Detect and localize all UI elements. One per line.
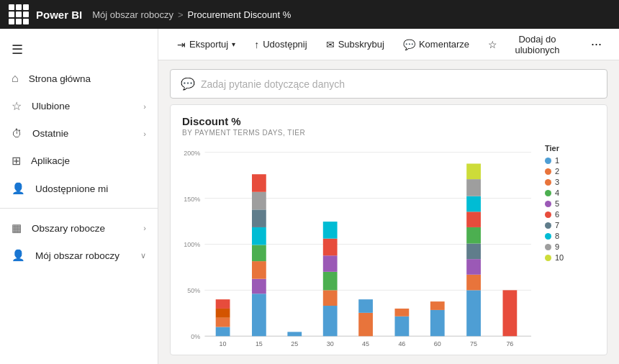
apps-icon: ⊞	[12, 154, 21, 168]
legend-item-1: 1	[545, 156, 595, 165]
svg-rect-19	[252, 227, 266, 245]
legend-label-7: 7	[555, 221, 559, 229]
sidebar-item-favorites[interactable]: ☆ Ulubione ›	[0, 92, 158, 120]
svg-rect-28	[323, 239, 338, 256]
svg-rect-44	[466, 163, 481, 179]
legend-label-5: 5	[555, 199, 559, 208]
sidebar-item-myworkspace[interactable]: 👤 Mój obszar roboczy ∨	[0, 242, 158, 269]
legend-dot-3	[545, 179, 551, 186]
svg-rect-13	[216, 309, 230, 318]
svg-rect-34	[430, 310, 445, 336]
sidebar-item-recent[interactable]: ⏱ Ostatnie ›	[0, 120, 158, 147]
legend-dot-5	[545, 201, 551, 207]
legend-item-5: 5	[545, 199, 595, 208]
legend-label-10: 10	[555, 253, 564, 262]
svg-rect-21	[252, 192, 266, 210]
svg-rect-12	[216, 318, 230, 327]
sidebar-divider	[0, 208, 158, 209]
svg-rect-37	[466, 275, 481, 291]
svg-rect-40	[466, 227, 481, 244]
svg-rect-33	[395, 309, 410, 317]
svg-rect-14	[216, 299, 230, 309]
sidebar-item-shared[interactable]: 👤 Udostępnione mi	[0, 175, 158, 202]
legend-label-8: 8	[555, 232, 559, 240]
chevron-right-icon: ›	[143, 224, 146, 232]
star-icon: ☆	[488, 39, 497, 50]
svg-text:10: 10	[220, 340, 227, 347]
home-icon: ⌂	[12, 72, 19, 85]
svg-rect-32	[395, 317, 410, 337]
chevron-down-icon: ∨	[140, 251, 146, 260]
legend-dot-9	[545, 244, 551, 250]
brand-label: Power BI	[36, 9, 82, 21]
export-icon: ⇥	[177, 39, 186, 50]
sidebar-myworkspace-label: Mój obszar roboczy	[35, 250, 130, 261]
svg-text:15: 15	[256, 340, 263, 347]
legend-item-4: 4	[545, 188, 595, 197]
sidebar-home-label: Strona główna	[29, 73, 146, 84]
share-button[interactable]: ↑ Udostępnij	[247, 35, 314, 54]
svg-rect-22	[252, 174, 266, 192]
legend-item-3: 3	[545, 178, 595, 186]
legend-item-7: 7	[545, 221, 595, 229]
svg-text:150%: 150%	[184, 194, 201, 202]
export-chevron-icon: ▾	[232, 40, 235, 48]
main-layout: ☰ ⌂ Strona główna ☆ Ulubione › ⏱ Ostatni…	[0, 29, 619, 364]
sidebar-item-workspaces[interactable]: ▦ Obszary robocze ›	[0, 214, 158, 242]
svg-text:100%: 100%	[184, 240, 201, 248]
legend-dot-10	[545, 255, 551, 261]
svg-rect-25	[323, 290, 338, 306]
svg-rect-30	[358, 313, 373, 336]
favorite-button[interactable]: ☆ Dodaj do ulubionych	[481, 30, 581, 59]
legend-item-10: 10	[545, 253, 595, 262]
svg-rect-38	[466, 259, 481, 275]
svg-rect-41	[466, 211, 481, 227]
svg-rect-27	[323, 255, 338, 272]
app-launcher-icon[interactable]	[9, 4, 29, 24]
chart-legend: Tier 1 2 3 4	[538, 142, 595, 347]
legend-label-6: 6	[555, 210, 559, 219]
legend-label-3: 3	[555, 178, 559, 186]
more-options-button[interactable]: ···	[585, 33, 607, 55]
workspace-link[interactable]: Mój obszar roboczy	[92, 9, 173, 20]
svg-rect-17	[252, 261, 266, 279]
svg-text:200%: 200%	[184, 148, 201, 156]
comments-icon: 💬	[403, 39, 415, 50]
sidebar-item-apps[interactable]: ⊞ Aplikacje	[0, 147, 158, 175]
breadcrumb-separator: >	[178, 9, 184, 20]
legend-label-1: 1	[555, 156, 559, 165]
legend-label-2: 2	[555, 167, 559, 176]
sidebar-favorites-label: Ulubione	[32, 101, 133, 112]
svg-rect-29	[323, 222, 338, 239]
sidebar-shared-label: Udostępnione mi	[35, 183, 146, 194]
subscribe-icon: ✉	[326, 39, 335, 50]
chart-card: Discount % BY PAYMENT TERMS DAYS, TIER 2…	[170, 104, 607, 355]
svg-text:25: 25	[291, 340, 298, 347]
legend-label-9: 9	[555, 242, 559, 251]
sidebar-workspaces-label: Obszary robocze	[32, 223, 133, 234]
sidebar-item-home[interactable]: ⌂ Strona główna	[0, 65, 158, 92]
legend-dot-6	[545, 211, 551, 218]
hamburger-button[interactable]: ☰	[0, 35, 158, 65]
comments-button[interactable]: 💬 Komentarze	[396, 35, 476, 54]
legend-label-4: 4	[555, 188, 559, 197]
svg-rect-18	[252, 245, 266, 262]
subscribe-button[interactable]: ✉ Subskrybuj	[319, 35, 392, 54]
chevron-right-icon: ›	[143, 102, 146, 111]
svg-rect-43	[466, 179, 481, 196]
svg-rect-26	[323, 272, 338, 291]
export-button[interactable]: ⇥ Eksportuj ▾	[170, 35, 243, 54]
svg-rect-45	[502, 290, 517, 336]
svg-text:30: 30	[327, 340, 334, 347]
legend-dot-2	[545, 168, 551, 175]
sidebar-apps-label: Aplikacje	[31, 155, 146, 166]
svg-rect-16	[252, 279, 266, 294]
svg-rect-23	[287, 332, 302, 336]
favorites-icon: ☆	[12, 99, 22, 113]
svg-text:46: 46	[398, 340, 405, 347]
svg-text:45: 45	[362, 340, 369, 347]
qa-bar[interactable]: 💬 Zadaj pytanie dotyczące danych	[170, 69, 607, 99]
chart-subtitle: BY PAYMENT TERMS DAYS, TIER	[182, 129, 595, 137]
legend-title: Tier	[545, 144, 595, 153]
current-page: Procurement Discount %	[188, 9, 292, 20]
